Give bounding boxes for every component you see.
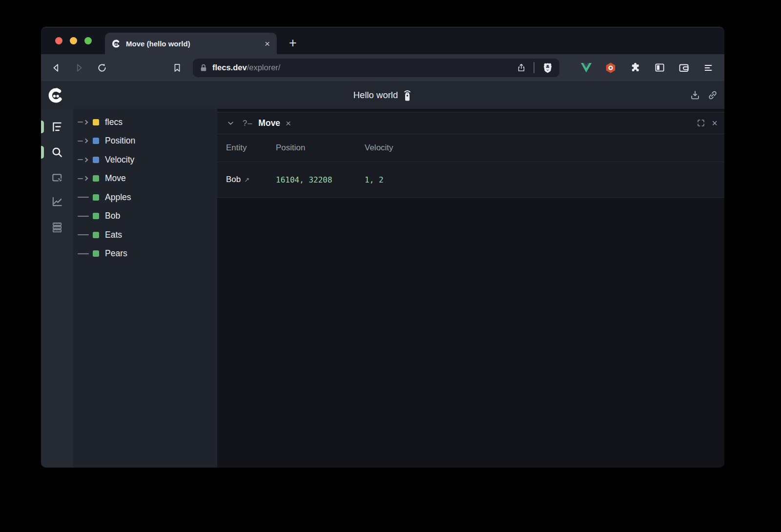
close-window-button[interactable] [55,37,62,44]
tree-item-label: Apples [105,192,131,203]
entity-link-arrow-icon: ↗ [244,176,249,184]
entity-color-square [93,250,99,257]
entity-color-square [93,213,99,219]
tree-item-bob[interactable]: Bob [73,207,217,226]
entity-color-square [93,194,99,201]
main-canvas: ?– Move × × Entity Position [217,109,724,468]
reload-button[interactable] [96,61,108,74]
tree-item-label: Position [105,136,135,146]
toolbar-divider [534,62,534,73]
entity-tree: flecs Position Velocity Move Apples [73,109,217,468]
browser-window: Move (hello world) × + [41,27,724,468]
table-row: Bob ↗ 16104, 32208 1, 2 [217,162,724,198]
tree-tool-active-indicator [41,121,44,133]
menu-icon[interactable] [702,61,715,74]
position-value: 16104, 32208 [276,175,365,184]
tree-item-label: Pears [105,248,127,259]
query-icon: ?– [243,119,252,128]
expand-chevron-icon[interactable] [78,177,93,180]
download-icon[interactable] [689,89,701,101]
tree-guide-line [78,253,93,254]
tree-item-label: Bob [105,211,120,221]
zoom-window-button[interactable] [84,37,92,44]
bookmark-icon[interactable] [171,61,184,74]
result-table-header: Entity Position Velocity [217,134,724,162]
column-header-velocity: Velocity [365,143,724,153]
tree-item-pears[interactable]: Pears [73,245,217,264]
forward-button[interactable] [73,61,85,74]
tab-favicon-flecs-icon [111,39,121,48]
entity-color-square [93,175,99,182]
column-header-position: Position [276,143,365,153]
flecs-logo-icon [47,86,65,104]
entity-color-square [93,138,99,144]
browser-toolbar: flecs.dev/explorer/ [41,54,724,81]
stats-tool-icon[interactable] [51,195,63,208]
tree-item-label: Eats [105,230,122,240]
panel-close-icon[interactable]: × [712,118,718,128]
back-button[interactable] [50,61,62,74]
extension-icons [580,61,715,74]
column-header-entity: Entity [226,143,276,153]
tool-rail [41,109,73,468]
sidebar-toggle-icon[interactable] [653,61,666,74]
velocity-value: 1, 2 [365,175,724,184]
inspector-tool-icon[interactable] [51,172,63,184]
minimize-window-button[interactable] [70,37,77,44]
tree-item-position[interactable]: Position [73,132,217,151]
share-icon[interactable] [516,63,526,73]
expand-chevron-icon[interactable] [78,158,93,162]
entity-color-square [93,157,99,163]
tree-item-label: Move [105,173,126,184]
lock-icon [199,63,208,72]
tab-title: Move (hello world) [126,40,190,48]
entity-link[interactable]: Bob ↗ [226,175,276,184]
explorer-header: Hello world [41,81,724,109]
page-title: Hello world [353,90,398,101]
url-domain: flecs.dev [212,63,247,72]
wallet-icon[interactable] [678,61,690,74]
link-icon[interactable] [707,89,719,101]
search-tool-active-indicator [41,146,44,159]
url-text: flecs.dev/explorer/ [212,63,280,72]
url-bar[interactable]: flecs.dev/explorer/ [193,59,559,77]
tree-guide-line [78,216,93,217]
hexagon-extension-icon[interactable] [604,61,617,74]
url-path: /explorer/ [247,63,281,72]
query-remove-icon[interactable]: × [286,119,291,128]
entity-color-square [93,232,99,238]
tab-bar: Move (hello world) × + [41,27,724,54]
brave-shield-icon[interactable] [542,62,554,74]
expand-chevron-icon[interactable] [78,121,93,124]
tree-item-flecs[interactable]: flecs [73,113,217,132]
new-tab-button[interactable]: + [285,35,301,51]
query-panel-header: ?– Move × × [217,112,724,134]
window-controls [55,37,92,44]
vue-devtools-extension-icon[interactable] [580,61,593,74]
remote-connection-icon[interactable] [403,88,412,102]
tree-guide-line [78,234,93,235]
expand-chevron-icon[interactable] [78,139,93,143]
chevron-down-icon[interactable] [226,119,235,127]
tree-item-move[interactable]: Move [73,169,217,188]
tab-close-icon[interactable]: × [265,39,270,48]
extensions-puzzle-icon[interactable] [629,61,641,74]
tree-item-apples[interactable]: Apples [73,188,217,207]
query-panel: ?– Move × × Entity Position [217,112,724,198]
fullscreen-icon[interactable] [697,119,705,127]
tree-tool-icon[interactable] [51,121,63,133]
search-tool-icon[interactable] [51,146,63,159]
tree-item-label: flecs [105,117,123,127]
query-title: Move [258,118,280,128]
tree-guide-line [78,197,93,198]
tree-item-eats[interactable]: Eats [73,225,217,245]
tree-item-label: Velocity [105,155,134,165]
memory-tool-icon[interactable] [51,221,63,234]
entity-color-square [93,119,99,125]
entity-name: Bob [226,175,241,184]
tree-item-velocity[interactable]: Velocity [73,150,217,169]
browser-tab[interactable]: Move (hello world) × [105,33,277,54]
